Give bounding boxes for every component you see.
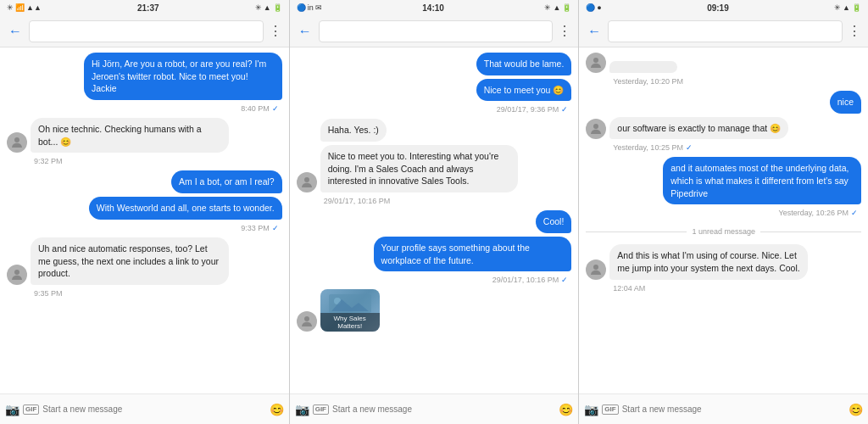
nav-bar: ←⋮ <box>290 15 579 47</box>
message-timestamp: 9:32 PM <box>7 156 282 167</box>
menu-button[interactable]: ⋮ <box>848 23 861 39</box>
time-text: 29/01/17, 10:16 PM <box>492 276 559 284</box>
battery-icon: 🔋 <box>852 3 861 12</box>
app-icon1: 🔵 <box>297 3 306 12</box>
emoji-button[interactable]: 😊 <box>270 403 284 416</box>
gif-button[interactable]: GIF <box>602 404 618 415</box>
back-button[interactable]: ← <box>586 22 603 41</box>
camera-icon[interactable]: 📷 <box>295 403 309 416</box>
avatar <box>297 311 317 332</box>
menu-button[interactable]: ⋮ <box>269 23 282 39</box>
time-text: 8:40 PM <box>241 104 270 113</box>
camera-icon[interactable]: 📷 <box>584 403 598 416</box>
status-bar: ✳📶▲▲21:37✳▲🔋 <box>0 0 289 15</box>
menu-button[interactable]: ⋮ <box>558 23 571 39</box>
phone-3: 🔵●09:19✳▲🔋←⋮Yesterday, 10:20 PMniceour s… <box>579 0 868 424</box>
message-bubble: and it automates most of the underlying … <box>663 157 861 204</box>
message-row: Uh and nice automatic responses, too? Le… <box>7 237 282 285</box>
unread-label: 1 unread message <box>692 227 755 236</box>
time-text: Yesterday, 10:25 PM <box>613 143 683 152</box>
message-input[interactable] <box>622 404 845 414</box>
message-row: Why Sales Matters! <box>297 289 572 332</box>
checkmark-icon: ✓ <box>272 104 279 113</box>
message-input[interactable] <box>332 404 555 414</box>
message-bubble: our software is exactly to manage that 😊 <box>609 117 788 140</box>
emoji-button[interactable]: 😊 <box>559 403 573 416</box>
message-row: Haha. Yes. :) <box>297 119 572 142</box>
unread-line <box>586 232 687 232</box>
message-timestamp: 29/01/17, 9:36 PM ✓ <box>297 104 572 115</box>
signal-bars: ▲ <box>843 3 850 12</box>
status-icons-right: ✳▲🔋 <box>255 3 282 12</box>
gif-button[interactable]: GIF <box>23 404 39 415</box>
app-icon1: 🔵 <box>586 3 595 12</box>
search-box[interactable] <box>319 20 554 42</box>
status-icons-left: 🔵in✉ <box>297 3 322 12</box>
avatar <box>586 53 606 73</box>
wifi-icon: 📶 <box>15 3 25 12</box>
message-bubble: Oh nice technic. Checking humans with a … <box>31 118 229 153</box>
message-row: Nice to meet you to. Interesting what yo… <box>297 145 572 192</box>
avatar <box>586 119 606 139</box>
checkmark-icon: ✓ <box>561 276 568 284</box>
input-bar: 📷GIF😊 <box>579 393 868 424</box>
message-row: Cool! <box>297 210 572 233</box>
message-bubble: With Westworld and all, one starts to wo… <box>89 197 282 220</box>
app-icon2: ● <box>597 3 601 12</box>
message-row: Am I a bot, or am I real? <box>7 170 282 193</box>
message-bubble <box>609 61 677 73</box>
back-button[interactable]: ← <box>7 22 24 41</box>
search-box[interactable] <box>608 20 843 42</box>
svg-point-7 <box>593 58 598 63</box>
nav-bar: ←⋮ <box>0 15 289 47</box>
signal-bars: ▲ <box>553 3 560 12</box>
search-box[interactable] <box>29 20 264 42</box>
nav-bar: ←⋮ <box>579 15 868 47</box>
message-row: and it automates most of the underlying … <box>586 157 861 204</box>
bt-icon: ✳ <box>544 3 551 12</box>
input-bar: 📷GIF😊 <box>0 393 289 424</box>
chat-area: Yesterday, 10:20 PMniceour software is e… <box>579 47 868 393</box>
message-bubble: Hi Jörn, Are you a robot, or are you rea… <box>84 53 282 100</box>
back-button[interactable]: ← <box>297 22 314 41</box>
status-bar: 🔵●09:19✳▲🔋 <box>579 0 868 15</box>
message-bubble: nice <box>830 91 861 114</box>
signal-bars: ▲ <box>264 3 271 12</box>
gif-button[interactable]: GIF <box>313 404 329 415</box>
emoji-button[interactable]: 😊 <box>849 403 863 416</box>
unread-line-right <box>760 232 861 232</box>
camera-icon[interactable]: 📷 <box>5 403 19 416</box>
message-timestamp: 29/01/17, 10:16 PM <box>297 196 572 207</box>
message-bubble: That would be lame. <box>476 53 572 75</box>
svg-point-2 <box>304 177 309 182</box>
avatar <box>586 259 606 280</box>
bluetooth-icon: ✳ <box>7 3 14 12</box>
message-row: Hi Jörn, Are you a robot, or are you rea… <box>7 53 282 100</box>
image-content: Why Sales Matters! <box>320 289 380 332</box>
svg-point-8 <box>593 124 598 129</box>
message-bubble: Your profile says something about the wo… <box>374 237 572 271</box>
avatar <box>7 265 27 285</box>
time-text: 12:04 AM <box>613 284 645 293</box>
message-timestamp: 9:35 PM <box>7 288 282 299</box>
checkmark-icon: ✓ <box>272 224 279 232</box>
image-bubble[interactable]: Why Sales Matters! <box>320 289 380 332</box>
bt-icon: ✳ <box>834 3 841 12</box>
message-input[interactable] <box>42 404 265 414</box>
signal-icon: ▲▲ <box>26 3 42 12</box>
checkmark-icon: ✓ <box>851 209 858 217</box>
message-row: nice <box>586 91 861 114</box>
time-text: 29/01/17, 10:16 PM <box>324 197 391 205</box>
message-row: Nice to meet you 😊 <box>297 79 572 102</box>
chat-area: That would be lame.Nice to meet you 😊29/… <box>290 47 579 393</box>
battery-icon: 🔋 <box>273 3 282 12</box>
message-bubble: Am I a bot, or am I real? <box>171 170 282 193</box>
message-row: That would be lame. <box>297 53 572 75</box>
status-icons-right: ✳▲🔋 <box>544 3 571 12</box>
message-bubble: Cool! <box>536 210 572 233</box>
avatar <box>7 132 27 153</box>
app-icon2: in <box>308 3 314 12</box>
message-bubble: Nice to meet you to. Interesting what yo… <box>320 145 519 192</box>
checkmark-icon: ✓ <box>561 105 568 114</box>
app-icon3: ✉ <box>315 3 322 12</box>
